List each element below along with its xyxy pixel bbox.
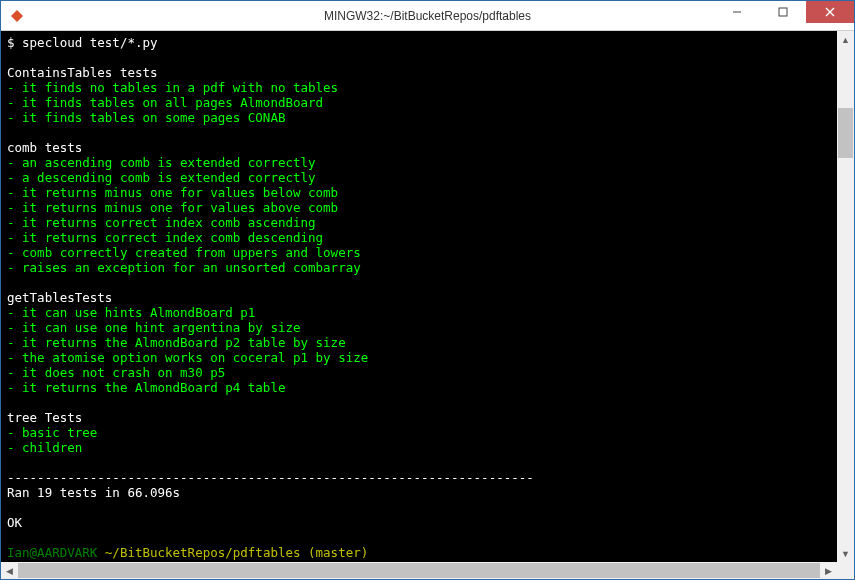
scroll-down-button[interactable]: ▼ <box>837 545 854 562</box>
scroll-up-button[interactable]: ▲ <box>837 31 854 48</box>
close-button[interactable] <box>806 1 854 23</box>
test-group-header: ContainsTables tests <box>7 65 158 80</box>
horizontal-scrollbar[interactable]: ◀ ▶ <box>1 562 837 579</box>
test-result-line: - it returns minus one for values below … <box>7 185 338 200</box>
test-result-line: - it returns minus one for values above … <box>7 200 338 215</box>
test-result-line: - an ascending comb is extended correctl… <box>7 155 316 170</box>
test-group-header: tree Tests <box>7 410 82 425</box>
test-result-line: - it finds tables on all pages AlmondBoa… <box>7 95 323 110</box>
shell-path: ~/BitBucketRepos/pdftables (master) <box>97 545 368 560</box>
scroll-right-button[interactable]: ▶ <box>820 562 837 579</box>
maximize-button[interactable] <box>760 1 806 23</box>
test-group-header: getTablesTests <box>7 290 112 305</box>
test-result-line: - it finds tables on some pages CONAB <box>7 110 285 125</box>
test-result-line: - basic tree <box>7 425 97 440</box>
minimize-button[interactable] <box>714 1 760 23</box>
test-result-line: - it can use hints AlmondBoard p1 <box>7 305 255 320</box>
titlebar: MINGW32:~/BitBucketRepos/pdftables <box>1 1 854 31</box>
test-result-line: - a descending comb is extended correctl… <box>7 170 316 185</box>
test-result-line: - the atomise option works on coceral p1… <box>7 350 368 365</box>
scrollbar-corner <box>837 562 854 579</box>
window-title: MINGW32:~/BitBucketRepos/pdftables <box>324 9 531 23</box>
shell-user-host: Ian@AARDVARK <box>7 545 97 560</box>
horizontal-scroll-thumb[interactable] <box>18 563 820 578</box>
test-result-line: - it returns correct index comb descendi… <box>7 230 323 245</box>
test-group-header: comb tests <box>7 140 82 155</box>
terminal-output[interactable]: $ specloud test/*.py ContainsTables test… <box>1 31 837 562</box>
svg-rect-2 <box>779 8 787 16</box>
app-icon <box>9 8 25 24</box>
test-result-line: - raises an exception for an unsorted co… <box>7 260 361 275</box>
test-result-line: - it does not crash on m30 p5 <box>7 365 225 380</box>
test-result-line: - comb correctly created from uppers and… <box>7 245 361 260</box>
test-result-line: - it can use one hint argentina by size <box>7 320 301 335</box>
scroll-left-button[interactable]: ◀ <box>1 562 18 579</box>
test-result-line: - it returns the AlmondBoard p2 table by… <box>7 335 346 350</box>
test-result-line: - children <box>7 440 82 455</box>
horizontal-scroll-track[interactable] <box>18 562 820 579</box>
vertical-scrollbar[interactable]: ▲ ▼ <box>837 31 854 562</box>
window-controls <box>714 1 854 30</box>
svg-marker-0 <box>11 10 23 22</box>
test-result-line: - it returns the AlmondBoard p4 table <box>7 380 285 395</box>
terminal-window: MINGW32:~/BitBucketRepos/pdftables $ spe… <box>0 0 855 580</box>
vertical-scroll-thumb[interactable] <box>838 108 853 158</box>
test-result-line: - it finds no tables in a pdf with no ta… <box>7 80 338 95</box>
test-result-line: - it returns correct index comb ascendin… <box>7 215 316 230</box>
vertical-scroll-track[interactable] <box>837 48 854 545</box>
terminal-area: $ specloud test/*.py ContainsTables test… <box>1 31 854 562</box>
